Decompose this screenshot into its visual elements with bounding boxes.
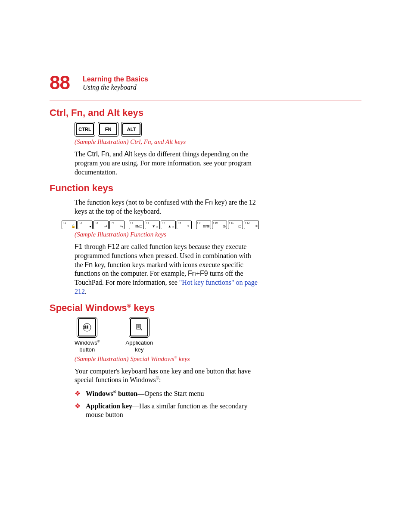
page-number: 88 (50, 73, 70, 92)
key-f7: F7▲☼ (161, 221, 176, 229)
chapter-title: Learning the Basics (83, 75, 148, 83)
paragraph-function-body: F1 through F12 are called function keys … (75, 243, 260, 296)
wireless-icon: ᯤ (187, 224, 190, 228)
key-f6: F6▼☼ (145, 221, 160, 229)
illustration-ctrl-fn-alt-keys: CTRL FN ALT (75, 122, 361, 137)
heading-function-keys: Function keys (50, 183, 361, 194)
caption-ctrl-fn-alt: (Sample Illustration) Ctrl, Fn, and Alt … (75, 138, 361, 146)
heading-special-windows-keys: Special Windows® keys (50, 302, 361, 314)
section-title: Using the keyboard (83, 83, 148, 92)
header-rule-red (50, 100, 361, 100)
key-f1: F1🔒 (62, 221, 77, 229)
key-f3: F3⇄ (93, 221, 109, 229)
key-f8: F8ᯤ (177, 221, 192, 229)
scroll-icon: ≡ (255, 224, 258, 228)
key-f9: F9⊟/⊞ (196, 221, 211, 229)
key-f11: F11▢ (228, 221, 243, 229)
lock-icon: 🔒 (71, 224, 75, 228)
illustration-function-keys: F1🔒 F2● F3⇄ F4⇆ F5⊟/▢ F6▼☼ F7▲☼ F8ᯤ F9⊟/… (62, 221, 361, 229)
key-alt: ALT (121, 122, 142, 137)
caption-special-windows: (Sample Illustration) Special Windows® k… (75, 355, 361, 363)
bullet-windows-button: Windows® button—Opens the Start menu (75, 389, 260, 398)
key-f4: F4⇆ (109, 221, 125, 229)
bullet-list-special-keys: Windows® button—Opens the Start menu App… (75, 389, 260, 420)
sleep-icon: ⇄ (104, 224, 107, 228)
bullet-application-key: Application key—Has a similar function a… (75, 402, 260, 420)
key-f12: F12≡ (244, 221, 259, 229)
key-application (129, 317, 149, 338)
numlock-icon: ▢ (238, 224, 242, 228)
label-application-key: Applicationkey (126, 339, 153, 353)
paragraph-ctrl-fn-alt: The Ctrl, Fn, and Alt keys do different … (75, 150, 260, 177)
page-header: 88 Learning the Basics Using the keyboar… (50, 73, 361, 92)
key-windows-button (77, 317, 97, 338)
paragraph-special-windows-intro: Your computer's keyboard has one key and… (75, 367, 260, 385)
power-icon: ● (89, 224, 91, 228)
key-f2: F2● (78, 221, 93, 229)
key-fn: FN (98, 122, 118, 137)
display-icon: ⊟/▢ (135, 224, 143, 228)
header-rule-blue (50, 101, 361, 101)
label-windows-button: Windows®button (75, 339, 100, 353)
touchpad-icon: ⊟/⊞ (203, 224, 210, 228)
key-ctrl: CTRL (75, 122, 95, 137)
caption-function-keys: (Sample Illustration) Function keys (75, 231, 361, 238)
windows-logo-icon (83, 323, 91, 332)
application-menu-icon (136, 324, 143, 331)
cursor-icon: ◎ (223, 224, 226, 228)
illustration-special-windows-keys: Windows®button Ap (75, 317, 361, 353)
page-content: 88 Learning the Basics Using the keyboar… (0, 0, 411, 457)
key-f5: F5⊟/▢ (129, 221, 144, 229)
brightness-up-icon: ▲☼ (168, 224, 174, 228)
paragraph-function-intro: The function keys (not to be confused wi… (75, 198, 260, 216)
brightness-down-icon: ▼☼ (152, 224, 159, 228)
heading-ctrl-fn-alt: Ctrl, Fn, and Alt keys (50, 107, 361, 118)
key-f10: F10◎ (212, 221, 227, 229)
hibernate-icon: ⇆ (120, 224, 123, 228)
